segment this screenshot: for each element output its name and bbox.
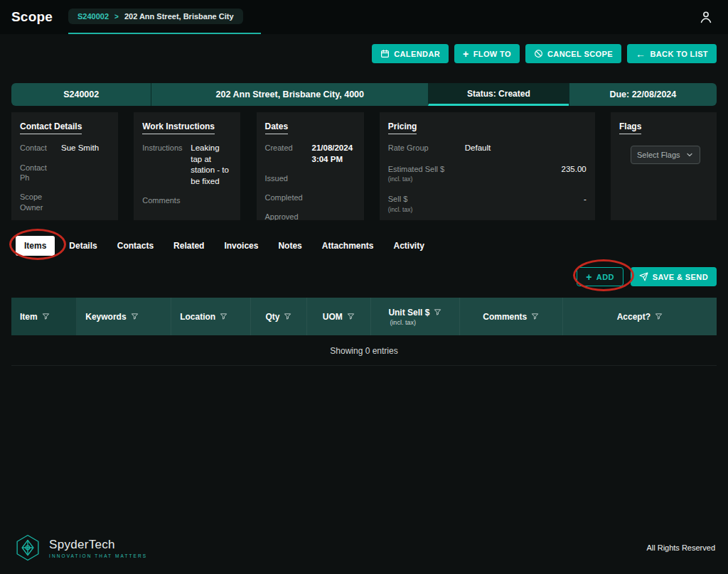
column-header-location: Location (171, 298, 251, 335)
field-label: Approved (265, 212, 306, 220)
sell-label: Sell $(incl. tax) (388, 194, 459, 214)
field-value: 21/08/2024 3:04 PM (312, 143, 355, 165)
column-header-comments: Comments (460, 298, 563, 335)
column-header-unit-sell: Unit Sell $ (incl. tax) (371, 298, 460, 335)
filter-icon[interactable] (531, 313, 539, 320)
tab-attachments[interactable]: Attachments (316, 236, 380, 256)
card-title-contact: Contact Details (20, 121, 82, 134)
tab-contacts[interactable]: Contacts (112, 236, 159, 256)
filter-icon[interactable] (42, 313, 50, 320)
estimated-sell-value: 235.00 (465, 164, 587, 184)
chevron-down-icon (685, 151, 694, 159)
footer: SpyderTech Innovation That Matters All R… (0, 524, 728, 574)
page-actions: CALENDAR + FLOW TO CANCEL SCOPE ← BACK T… (11, 44, 717, 63)
field-label: Contact Ph (20, 163, 55, 184)
field-label: Scope Owner (20, 192, 55, 213)
filter-icon[interactable] (655, 313, 663, 320)
summary-address: 202 Ann Street, Brisbane City, 4000 (151, 83, 428, 106)
estimated-sell-label: Estimated Sell $(incl. tax) (388, 164, 459, 184)
column-header-uom: UOM (307, 298, 371, 335)
tab-invoices[interactable]: Invoices (218, 236, 264, 256)
calendar-icon (380, 49, 390, 58)
scope-summary-bar: S240002 202 Ann Street, Brisbane City, 4… (11, 83, 717, 106)
topbar: Scope S240002 > 202 Ann Street, Brisbane… (0, 0, 728, 34)
items-table-header: Item Keywords Location Qty UOM Unit Sell… (11, 298, 717, 335)
plus-icon: + (463, 49, 469, 59)
brand-name: SpyderTech (49, 538, 147, 552)
field-label: Comments (142, 195, 185, 206)
filter-icon[interactable] (434, 308, 441, 316)
rights-text: All Rights Reserved (646, 543, 715, 552)
tab-related[interactable]: Related (168, 236, 210, 256)
filter-icon[interactable] (347, 313, 355, 320)
save-and-send-button-label: SAVE & SEND (653, 273, 708, 281)
tab-details[interactable]: Details (63, 236, 102, 256)
pricing-card: Pricing Rate Group Default Estimated Sel… (380, 112, 595, 220)
work-instructions-card: Work Instructions InstructionsLeaking ta… (134, 112, 240, 220)
cancel-scope-button[interactable]: CANCEL SCOPE (525, 44, 621, 63)
card-title-dates: Dates (265, 121, 289, 134)
filter-icon[interactable] (220, 313, 228, 320)
summary-due-date: Due: 22/08/2024 (569, 83, 717, 106)
incl-tax-note: (incl. tax) (388, 206, 459, 214)
column-header-keywords: Keywords (77, 298, 171, 335)
arrow-left-icon: ← (636, 49, 646, 59)
cancel-icon (534, 49, 543, 58)
sell-value: - (465, 194, 587, 214)
breadcrumb-location: 202 Ann Street, Brisbane City (124, 12, 234, 21)
detail-tabs: Items Details Contacts Related Invoices … (11, 236, 717, 256)
calendar-button-label: CALENDAR (394, 50, 440, 58)
breadcrumb[interactable]: S240002 > 202 Ann Street, Brisbane City (68, 0, 261, 34)
field-value (61, 163, 109, 184)
flow-to-button-label: FLOW TO (473, 50, 511, 58)
breadcrumb-chip[interactable]: S240002 > 202 Ann Street, Brisbane City (68, 9, 243, 24)
field-value: Sue Smith (61, 143, 109, 154)
calendar-button[interactable]: CALENDAR (372, 44, 449, 63)
cancel-scope-button-label: CANCEL SCOPE (547, 50, 613, 58)
add-item-button[interactable]: + ADD (577, 267, 623, 286)
send-icon (639, 272, 648, 281)
card-title-flags: Flags (619, 121, 641, 134)
contact-details-card: Contact Details ContactSue Smith Contact… (11, 112, 118, 220)
select-flags-dropdown[interactable]: Select Flags (631, 146, 700, 164)
back-to-list-button[interactable]: ← BACK TO LIST (627, 44, 717, 63)
page-title: Scope (11, 9, 53, 25)
tab-items[interactable]: Items (16, 236, 55, 256)
rate-group-value: Default (465, 143, 587, 154)
incl-tax-note: (incl. tax) (388, 175, 459, 183)
back-to-list-button-label: BACK TO LIST (650, 50, 708, 58)
summary-scope-id: S240002 (11, 83, 151, 106)
brand-block: SpyderTech Innovation That Matters (13, 533, 147, 563)
field-value (312, 212, 355, 220)
field-label: Created (265, 143, 306, 165)
items-toolbar: + ADD SAVE & SEND (11, 267, 717, 286)
tab-notes[interactable]: Notes (272, 236, 307, 256)
field-label: Issued (265, 173, 306, 184)
field-value (191, 195, 232, 206)
filter-icon[interactable] (284, 313, 291, 320)
breadcrumb-scope-id: S240002 (77, 12, 109, 21)
column-header-accept: Accept? (563, 298, 717, 335)
field-value (312, 173, 355, 184)
save-and-send-button[interactable]: SAVE & SEND (631, 267, 717, 286)
dates-card: Dates Created21/08/2024 3:04 PM Issued C… (257, 112, 364, 220)
field-label: Completed (265, 193, 306, 203)
field-label: Contact (20, 143, 55, 154)
info-cards: Contact Details ContactSue Smith Contact… (11, 112, 717, 220)
chevron-right-icon: > (114, 13, 119, 21)
incl-tax-note: (incl. tax) (390, 319, 416, 326)
add-item-button-label: ADD (596, 273, 614, 281)
plus-icon: + (586, 272, 592, 282)
flow-to-button[interactable]: + FLOW TO (454, 44, 520, 63)
spydertech-logo-icon (13, 533, 43, 563)
column-header-qty: Qty (251, 298, 306, 335)
field-label: Instructions (142, 143, 185, 187)
user-avatar-button[interactable] (695, 6, 717, 28)
filter-icon[interactable] (131, 313, 139, 320)
brand-tagline: Innovation That Matters (49, 553, 147, 558)
field-value: Leaking tap at station - to be fixed (191, 143, 232, 187)
status-badge: Status: Created (428, 83, 568, 106)
flags-card: Flags Select Flags (611, 112, 717, 220)
card-title-work: Work Instructions (142, 121, 215, 134)
tab-activity[interactable]: Activity (387, 236, 429, 256)
